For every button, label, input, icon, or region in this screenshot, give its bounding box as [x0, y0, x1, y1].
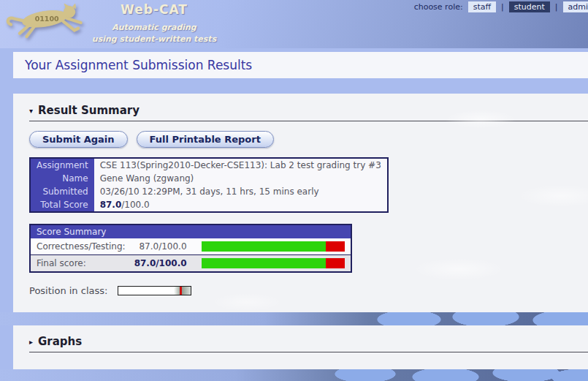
page-title: Your Assignment Submission Results [25, 58, 252, 72]
table-row: Final score: 87.0/100.0 [30, 255, 351, 273]
table-row: Name Gene Wang (zgwang) [30, 172, 388, 185]
page-title-bar: Your Assignment Submission Results [13, 52, 588, 78]
total-score-value: 87.0/100.0 [94, 198, 388, 212]
position-in-class-widget [118, 286, 191, 295]
logo-binary-text: 01100 [35, 15, 59, 23]
assignment-value: CSE 113(Spring2010-Decker-CSE113): Lab 2… [94, 158, 388, 172]
score-bar-cell [196, 255, 351, 273]
separator-band [0, 312, 588, 325]
chevron-right-icon: ▸ [29, 338, 33, 346]
assignment-info-table: Assignment CSE 113(Spring2010-Decker-CSE… [29, 157, 389, 213]
row-label: Submitted [30, 185, 94, 198]
tagline-line1: Automatic grading [86, 22, 222, 34]
choose-role-label: choose role: [414, 2, 463, 12]
graphs-heading: Graphs [38, 335, 82, 348]
table-row: Submitted 03/26/10 12:29PM, 31 days, 11 … [30, 185, 388, 198]
brand-title: Web-CAT [86, 2, 222, 17]
tagline-line2: using student-written tests [86, 34, 222, 45]
score-row-label: Correctness/Testing: [30, 238, 131, 255]
result-summary-module: ▾ Result Summary Submit Again Full Print… [13, 94, 588, 312]
full-printable-report-button[interactable]: Full Printable Report [137, 131, 274, 148]
result-summary-toggle[interactable]: ▾ Result Summary [29, 104, 140, 117]
position-in-class-row: Position in class: [29, 285, 588, 296]
score-summary-table: Score Summary Correctness/Testing: 87.0/… [29, 224, 352, 273]
row-label: Assignment [30, 158, 94, 172]
score-number: 87.0 [100, 200, 122, 210]
position-distribution-shade [174, 287, 191, 295]
score-progress-fill [202, 258, 327, 268]
score-summary-header-row: Score Summary [30, 225, 351, 238]
score-row-value: 87.0/100.0 [131, 238, 196, 255]
row-label: Name [30, 172, 94, 185]
role-chip-student[interactable]: student [509, 1, 550, 12]
leaping-cat-logo-icon: 01100 [6, 1, 88, 48]
graphs-toggle[interactable]: ▸ Graphs [29, 335, 82, 348]
table-row: Assignment CSE 113(Spring2010-Decker-CSE… [30, 158, 388, 172]
score-denominator: /100.0 [121, 200, 149, 210]
table-row: Total Score 87.0/100.0 [30, 198, 388, 212]
webcat-page: 01100 Web-CAT Automatic grading using st… [0, 0, 588, 381]
app-header: 01100 Web-CAT Automatic grading using st… [0, 0, 588, 48]
score-row-value: 87.0/100.0 [131, 255, 196, 273]
brand-tagline: Automatic grading using student-written … [86, 22, 222, 45]
score-progress-fill [202, 241, 327, 252]
score-summary-header: Score Summary [30, 225, 351, 238]
spacer [0, 78, 588, 94]
position-marker [180, 287, 182, 295]
role-separator: | [501, 2, 504, 12]
bottom-band [0, 369, 588, 381]
name-value: Gene Wang (zgwang) [94, 172, 388, 185]
position-in-class-label: Position in class: [29, 285, 107, 296]
section-divider [29, 121, 588, 121]
score-bar-cell [196, 238, 351, 255]
action-buttons: Submit Again Full Printable Report [29, 131, 588, 148]
role-chip-staff[interactable]: staff [468, 1, 496, 12]
role-switcher: choose role: staff | student | admin [414, 1, 588, 12]
score-row-label: Final score: [30, 255, 131, 273]
role-chip-admin[interactable]: admin [563, 1, 588, 12]
row-label: Total Score [30, 198, 94, 212]
score-progress-bar [202, 241, 345, 252]
submit-again-button[interactable]: Submit Again [29, 131, 128, 148]
role-separator: | [555, 2, 558, 12]
table-row: Correctness/Testing: 87.0/100.0 [30, 238, 351, 255]
result-summary-heading: Result Summary [38, 104, 140, 117]
brand-block: Web-CAT Automatic grading using student-… [86, 2, 222, 45]
submitted-value: 03/26/10 12:29PM, 31 days, 11 hrs, 15 mi… [94, 185, 388, 198]
section-divider [29, 352, 588, 352]
score-progress-bar [202, 258, 345, 268]
graphs-module: ▸ Graphs [13, 325, 588, 369]
chevron-down-icon: ▾ [29, 107, 33, 115]
